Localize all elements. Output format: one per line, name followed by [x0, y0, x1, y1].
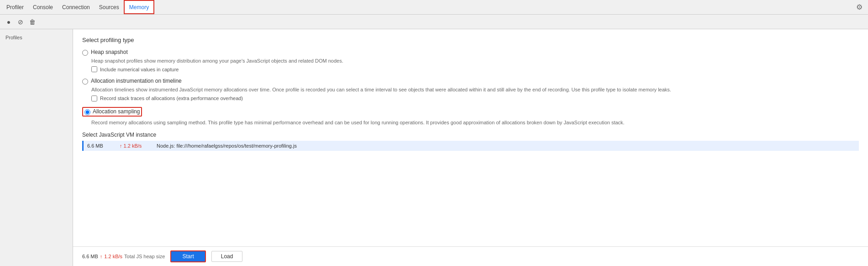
footer-label: Total JS heap size — [124, 254, 165, 259]
sidebar-profiles-label: Profiles — [0, 33, 73, 42]
footer: 6.6 MB ↑ 1.2 kB/s Total JS heap size Sta… — [73, 246, 868, 266]
nav-right: ⚙ — [856, 3, 866, 11]
allocation-sampling-label[interactable]: Allocation sampling — [93, 108, 140, 115]
vm-rate: ↑ 1.2 kB/s — [120, 143, 149, 149]
vm-path: Node.js: file:///home/rafaelgss/repos/os… — [157, 143, 297, 149]
allocation-instrumentation-label[interactable]: Allocation instrumentation on timeline — [91, 78, 182, 84]
heap-snapshot-group: Heap snapshot Heap snapshot profiles sho… — [82, 49, 859, 72]
heap-numerical-checkbox[interactable] — [91, 66, 97, 72]
vm-instance-row[interactable]: 6.6 MB ↑ 1.2 kB/s Node.js: file:///home/… — [82, 141, 859, 151]
heap-snapshot-label[interactable]: Heap snapshot — [91, 49, 128, 55]
alloc-stack-checkbox[interactable] — [91, 96, 97, 101]
content-spacer — [82, 151, 859, 215]
allocation-sampling-option: Allocation sampling — [82, 107, 859, 117]
content-area: Select profiling type Heap snapshot Heap… — [73, 29, 868, 266]
record-icon: ● — [7, 18, 11, 26]
footer-stats: 6.6 MB ↑ 1.2 kB/s Total JS heap size — [82, 254, 165, 259]
heap-snapshot-radio[interactable] — [82, 50, 88, 56]
tab-sources[interactable]: Sources — [95, 0, 124, 14]
sidebar: Profiles — [0, 29, 73, 266]
start-button[interactable]: Start — [170, 250, 205, 262]
alloc-stack-label: Record stack traces of allocations (extr… — [100, 96, 243, 101]
vm-memory: 6.6 MB — [87, 143, 112, 149]
allocation-instrumentation-radio[interactable] — [82, 79, 88, 85]
heap-snapshot-description: Heap snapshot profiles show memory distr… — [91, 58, 859, 64]
footer-memory: 6.6 MB — [82, 254, 98, 259]
record-button[interactable]: ● — [4, 17, 14, 27]
top-nav: Profiler Console Connection Sources Memo… — [0, 0, 868, 15]
heap-numerical-label: Include numerical values in capture — [100, 67, 179, 72]
vm-section: Select JavaScript VM instance 6.6 MB ↑ 1… — [82, 132, 859, 151]
gear-icon[interactable]: ⚙ — [856, 3, 863, 11]
vm-rate-value: 1.2 kB/s — [124, 143, 142, 149]
stop-icon: ⊘ — [18, 18, 23, 26]
toolbar: ● ⊘ 🗑 — [0, 15, 868, 29]
clear-button[interactable]: 🗑 — [27, 17, 37, 27]
tab-console[interactable]: Console — [28, 0, 58, 14]
allocation-checkbox-row: Record stack traces of allocations (extr… — [91, 96, 859, 101]
allocation-sampling-group: Allocation sampling Record memory alloca… — [82, 107, 859, 126]
stop-button[interactable]: ⊘ — [16, 17, 26, 27]
vm-row-inner: 6.6 MB ↑ 1.2 kB/s Node.js: file:///home/… — [87, 143, 855, 149]
load-button[interactable]: Load — [211, 251, 243, 262]
section-title: Select profiling type — [82, 37, 859, 43]
allocation-instrumentation-description: Allocation timelines show instrumented J… — [91, 86, 859, 93]
vm-rate-arrow: ↑ — [120, 143, 122, 149]
allocation-sampling-radio[interactable] — [84, 109, 90, 115]
vm-title: Select JavaScript VM instance — [82, 132, 859, 138]
trash-icon: 🗑 — [29, 18, 36, 26]
footer-rate-arrow: ↑ — [100, 254, 103, 259]
tab-memory[interactable]: Memory — [124, 0, 154, 14]
tab-profiler[interactable]: Profiler — [2, 0, 28, 14]
footer-rate: 1.2 kB/s — [104, 254, 122, 259]
nav-tabs: Profiler Console Connection Sources Memo… — [2, 0, 154, 14]
allocation-instrumentation-option: Allocation instrumentation on timeline — [82, 78, 859, 85]
allocation-sampling-description: Record memory allocations using sampling… — [91, 119, 859, 126]
heap-checkbox-row: Include numerical values in capture — [91, 66, 859, 72]
tab-connection[interactable]: Connection — [58, 0, 95, 14]
allocation-instrumentation-group: Allocation instrumentation on timeline A… — [82, 78, 859, 101]
main-layout: Profiles Select profiling type Heap snap… — [0, 29, 868, 266]
heap-snapshot-option: Heap snapshot — [82, 49, 859, 56]
